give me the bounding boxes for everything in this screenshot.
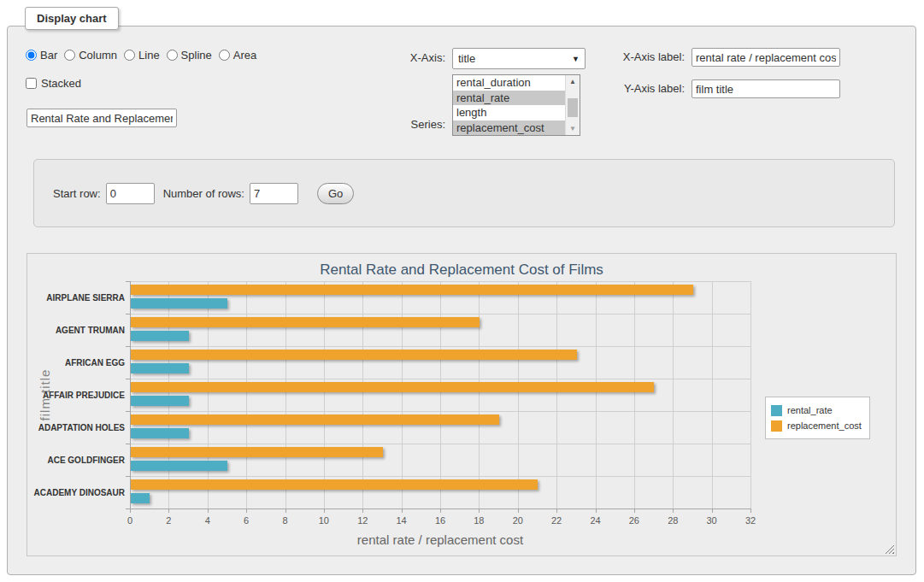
chart-type-label-line: Line: [138, 49, 160, 62]
chart-type-label-column: Column: [79, 49, 117, 62]
x-axis-tick: [596, 509, 597, 513]
start-row-input[interactable]: [106, 183, 155, 204]
chart-type-radio-area[interactable]: [219, 50, 230, 61]
x-axis-tick: [208, 509, 209, 513]
chart-type-option-column[interactable]: Column: [64, 49, 117, 62]
x-axis-tick-label: 28: [660, 515, 686, 526]
chart-title: Rental Rate and Replacement Cost of Film…: [27, 262, 896, 279]
chart-type-option-line[interactable]: Line: [124, 49, 160, 62]
grid-line-vertical: [324, 281, 325, 509]
grid-line-horizontal: [130, 411, 750, 412]
bar-replacement_cost: [131, 350, 577, 360]
x-axis-tick: [673, 509, 674, 513]
grid-line-horizontal: [130, 346, 750, 347]
chart-type-radio-group: BarColumnLineSplineArea: [26, 49, 256, 62]
number-of-rows-label: Number of rows:: [163, 187, 244, 200]
x-axis-tick-label: 24: [583, 515, 609, 526]
x-axis-tick: [440, 509, 441, 513]
series-option-rental_duration[interactable]: rental_duration: [453, 75, 580, 91]
x-axis-tick: [634, 509, 635, 513]
resize-grip-icon[interactable]: [885, 544, 894, 554]
stacked-checkbox[interactable]: [26, 78, 37, 89]
x-axis-tick: [556, 509, 557, 513]
x-axis-tick-label: 14: [389, 515, 415, 526]
chart-type-label-spline: Spline: [181, 49, 212, 62]
bar-rental_rate: [131, 428, 189, 438]
x-axis-tick: [130, 509, 131, 513]
series-scrollbar[interactable]: ▲ ▼: [565, 75, 580, 135]
category-label: ACE GOLDFINGER: [27, 444, 125, 476]
bar-replacement_cost: [131, 414, 499, 425]
series-option-rental_rate[interactable]: rental_rate: [453, 91, 580, 106]
x-axis-tick-label: 18: [466, 515, 491, 526]
stacked-option[interactable]: Stacked: [26, 77, 81, 90]
x-axis-tick-label: 16: [427, 515, 453, 526]
category-label: AFFAIR PREJUDICE: [27, 379, 125, 411]
bar-rental_rate: [131, 396, 189, 406]
series-options: rental_durationrental_ratelengthreplacem…: [453, 75, 580, 135]
display-chart-fieldset: Display chart BarColumnLineSplineArea St…: [7, 26, 916, 575]
legend-item-replacement_cost[interactable]: replacement_cost: [771, 419, 862, 432]
y-axis-label-label: Y-Axis label:: [604, 79, 685, 99]
chart-type-option-bar[interactable]: Bar: [26, 49, 57, 62]
chart-type-option-area[interactable]: Area: [219, 49, 256, 62]
grid-line-vertical: [246, 281, 247, 509]
y-axis-line: [130, 281, 131, 509]
grid-line-vertical: [712, 281, 713, 509]
x-axis-tick-label: 10: [311, 515, 337, 526]
grid-line-vertical: [673, 281, 674, 509]
category-label: ACADEMY DINOSAUR: [27, 476, 125, 509]
legend-label-rental_rate: rental_rate: [787, 405, 833, 415]
grid-line-vertical: [362, 281, 363, 509]
scroll-down-icon[interactable]: ▼: [566, 122, 580, 135]
category-label: AGENT TRUMAN: [27, 314, 125, 346]
legend-item-rental_rate[interactable]: rental_rate: [771, 403, 862, 417]
grid-line-vertical: [168, 281, 169, 509]
x-axis-tick-label: 4: [195, 515, 221, 526]
x-axis-tick: [518, 509, 519, 513]
x-axis-label-input[interactable]: [692, 48, 840, 67]
x-axis-line: [130, 509, 751, 509]
bar-rental_rate: [131, 461, 227, 471]
grid-line-horizontal: [130, 314, 750, 315]
chart-type-radio-bar[interactable]: [26, 50, 37, 61]
bar-replacement_cost: [131, 382, 654, 392]
x-axis-label-label: X-Axis label:: [604, 47, 685, 68]
grid-line-vertical: [750, 281, 751, 509]
x-axis-select[interactable]: title ▼: [452, 48, 586, 69]
chart-type-radio-column[interactable]: [64, 50, 75, 61]
row-range-controls: Start row: Number of rows: Go: [53, 183, 354, 204]
chart-type-radio-line[interactable]: [124, 50, 135, 61]
chart-container: Rental Rate and Replacement Cost of Film…: [26, 253, 897, 556]
x-axis-tick-label: 22: [544, 515, 569, 526]
chart-title-input[interactable]: [26, 109, 177, 127]
x-axis-tick: [168, 509, 169, 513]
grid-line-vertical: [402, 281, 403, 509]
x-axis-select-label: X-Axis:: [350, 48, 445, 68]
grid-line-horizontal: [130, 444, 750, 444]
series-option-length[interactable]: length: [453, 105, 580, 121]
grid-line-horizontal: [130, 476, 750, 477]
number-of-rows-input[interactable]: [250, 183, 298, 204]
grid-line-horizontal: [130, 379, 750, 379]
chart-type-option-spline[interactable]: Spline: [167, 49, 212, 62]
chart-type-label-area: Area: [233, 49, 256, 62]
bar-rental_rate: [131, 331, 189, 341]
x-axis-tick: [362, 509, 363, 513]
grid-line-vertical: [479, 281, 480, 509]
series-select-label: Series:: [350, 115, 445, 135]
category-label: AIRPLANE SIERRA: [27, 281, 125, 314]
grid-line-vertical: [596, 281, 597, 509]
scroll-up-icon[interactable]: ▲: [566, 75, 580, 88]
scrollbar-thumb[interactable]: [568, 98, 578, 117]
chart-legend: rental_ratereplacement_cost: [765, 397, 870, 439]
go-button[interactable]: Go: [317, 183, 354, 204]
x-axis-tick: [479, 509, 480, 513]
category-label: ADAPTATION HOLES: [27, 411, 125, 444]
series-listbox[interactable]: rental_durationrental_ratelengthreplacem…: [452, 74, 580, 136]
x-axis-tick-label: 6: [233, 515, 259, 526]
chart-type-radio-spline[interactable]: [167, 50, 178, 61]
x-axis-tick-label: 20: [505, 515, 531, 526]
series-option-replacement_cost[interactable]: replacement_cost: [453, 121, 580, 136]
y-axis-label-input[interactable]: [692, 79, 840, 98]
